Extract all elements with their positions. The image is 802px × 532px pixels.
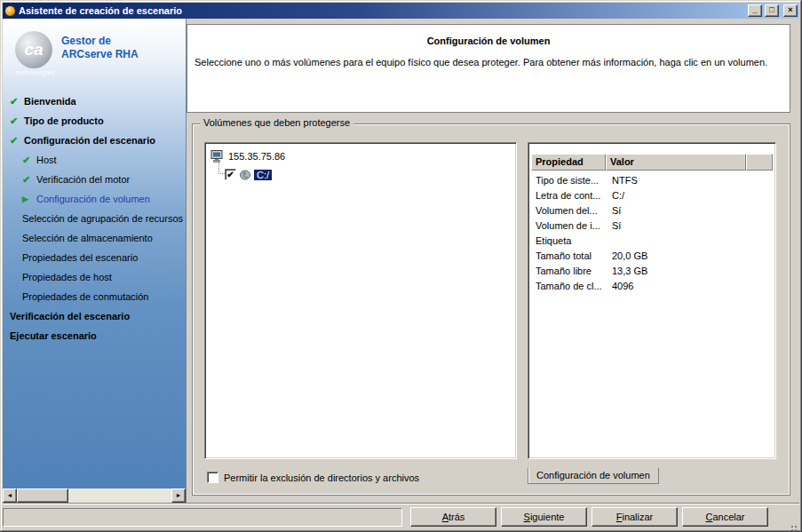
step-host[interactable]: ✔ Host	[3, 150, 186, 170]
volume-label-selected[interactable]: C:/	[254, 170, 272, 180]
step-configuracion-del-escenario[interactable]: ✔ Configuración del escenario	[3, 131, 186, 150]
page-description: Seleccione uno o más volúmenes para el e…	[195, 57, 782, 67]
property-row[interactable]: Volumen de i... Sí	[531, 218, 773, 233]
property-value: C:/	[606, 190, 773, 201]
step-label: Tipo de producto	[24, 115, 104, 126]
resize-grip[interactable]	[787, 519, 798, 529]
current-step-arrow-icon: ▶	[22, 195, 36, 203]
scroll-right-icon[interactable]: ►	[171, 488, 186, 503]
scroll-left-icon[interactable]: ◄	[3, 488, 17, 503]
tree-root-container: 155.35.75.86 ✔ C:/	[210, 148, 511, 182]
column-header-propiedad[interactable]: Propiedad	[531, 154, 606, 171]
next-button[interactable]: Siguiente	[501, 507, 587, 527]
property-value: 20,0 GB	[606, 250, 773, 261]
property-name: Etiqueta	[531, 235, 606, 246]
step-label: Propiedades de host	[22, 272, 112, 282]
wizard-window: Asistente de creación de escenario _ □ ×…	[0, 0, 802, 532]
root-host-label: 155.35.75.86	[228, 151, 285, 162]
property-row[interactable]: Volumen del... Sí	[531, 202, 773, 218]
property-name: Volumen del...	[531, 205, 606, 216]
finish-button-label: Finalizar	[616, 512, 654, 522]
scrollbar-thumb[interactable]	[17, 488, 68, 503]
wizard-steps-list: ✔ Bienvenida ✔ Tipo de producto ✔ Config…	[3, 91, 186, 345]
property-value: Sí	[606, 220, 773, 231]
finish-button[interactable]: Finalizar	[592, 507, 678, 527]
step-seleccion-de-almacenamiento[interactable]: Selección de almacenamiento	[3, 228, 186, 248]
volume-properties-panel: Propiedad Valor Tipo de siste... NTFS Le…	[528, 142, 776, 459]
close-button[interactable]: ×	[783, 4, 798, 17]
computer-icon	[210, 150, 225, 163]
step-verificacion-del-escenario[interactable]: Verificación del escenario	[3, 306, 186, 326]
brand-technologies-label: technologies	[15, 69, 52, 75]
step-label: Configuración de volumen	[36, 194, 150, 204]
check-icon: ✔	[22, 174, 36, 186]
step-seleccion-de-agrupacion[interactable]: Selección de agrupación de recursos	[3, 209, 186, 228]
column-header-valor[interactable]: Valor	[606, 154, 746, 171]
sidebar-horizontal-scrollbar[interactable]: ◄ ►	[3, 488, 186, 503]
footer-bar: Atrás Siguiente Finalizar Cancelar	[3, 503, 799, 529]
check-icon: ✔	[10, 135, 24, 147]
wizard-buttons: Atrás Siguiente Finalizar Cancelar	[410, 507, 768, 527]
status-bar	[3, 508, 402, 527]
step-label: Propiedades de conmutación	[22, 291, 148, 302]
property-name: Tipo de siste...	[531, 175, 606, 186]
property-row[interactable]: Letra de cont... C:/	[531, 187, 773, 202]
next-button-label: Siguiente	[524, 512, 565, 522]
step-tipo-de-producto[interactable]: ✔ Tipo de producto	[3, 111, 186, 131]
step-label: Ejecutar escenario	[10, 330, 97, 341]
step-propiedades-de-host[interactable]: Propiedades de host	[3, 267, 186, 287]
property-row[interactable]: Tamaño libre 13,3 GB	[531, 263, 773, 278]
property-value: 13,3 GB	[606, 266, 773, 276]
step-label: Verificación del escenario	[10, 311, 130, 322]
scrollbar-track[interactable]	[68, 488, 171, 503]
property-name: Tamaño de cl...	[531, 281, 606, 291]
volumes-groupbox: Volúmenes que deben protegerse 1	[192, 123, 790, 496]
brand-product-name: Gestor de ARCserve RHA	[61, 31, 139, 75]
brand-line1: Gestor de	[61, 35, 139, 48]
step-ejecutar-escenario[interactable]: Ejecutar escenario	[3, 326, 186, 345]
tree-volume-node[interactable]: ✔ C:/	[225, 167, 511, 182]
exclusion-checkbox-label: Permitir la exclusión de directorios y a…	[224, 472, 419, 483]
brand-line2: ARCserve RHA	[61, 48, 139, 61]
property-name: Volumen de i...	[531, 220, 606, 231]
step-propiedades-de-conmutacion[interactable]: Propiedades de conmutación	[3, 287, 186, 306]
exclusion-checkbox[interactable]	[207, 472, 218, 483]
check-icon: ✔	[22, 155, 36, 166]
property-name: Tamaño libre	[531, 266, 606, 276]
maximize-button[interactable]: □	[765, 4, 779, 17]
property-value: NTFS	[606, 175, 773, 186]
step-label: Host	[36, 155, 57, 165]
property-row[interactable]: Tamaño total 20,0 GB	[531, 248, 773, 263]
property-value: 4096	[606, 281, 773, 291]
back-button[interactable]: Atrás	[410, 507, 496, 527]
check-icon: ✔	[10, 115, 24, 127]
back-button-label: Atrás	[442, 512, 465, 522]
cancel-button[interactable]: Cancelar	[682, 507, 768, 527]
exclusion-option[interactable]: Permitir la exclusión de directorios y a…	[207, 472, 419, 483]
window-title: Asistente de creación de escenario	[19, 5, 745, 16]
step-propiedades-del-escenario[interactable]: Propiedades del escenario	[3, 248, 186, 267]
step-label: Propiedades del escenario	[22, 252, 138, 263]
app-icon	[4, 5, 16, 17]
property-row[interactable]: Tamaño de cl... 4096	[531, 278, 773, 293]
step-bienvenida[interactable]: ✔ Bienvenida	[3, 91, 186, 111]
tab-configuracion-de-volumen[interactable]: Configuración de volumen	[528, 467, 659, 484]
property-row[interactable]: Tipo de siste... NTFS	[531, 172, 773, 187]
step-configuracion-de-volumen[interactable]: ▶ Configuración de volumen	[3, 189, 186, 209]
column-header-spacer	[746, 154, 773, 171]
minimize-button[interactable]: _	[748, 4, 762, 17]
step-label: Selección de agrupación de recursos	[22, 213, 183, 224]
volumes-tree[interactable]: 155.35.75.86 ✔ C:/	[204, 142, 517, 459]
title-bar[interactable]: Asistente de creación de escenario _ □ ×	[3, 3, 799, 19]
check-icon: ✔	[10, 96, 24, 107]
page-title: Configuración de volumen	[195, 36, 782, 46]
property-row[interactable]: Etiqueta	[531, 233, 773, 248]
tree-connector-line	[218, 162, 226, 174]
wizard-sidebar: ca technologies Gestor de ARCserve RHA ✔…	[3, 19, 187, 503]
brand-logo: ca technologies Gestor de ARCserve RHA	[3, 19, 186, 75]
step-verificacion-del-motor[interactable]: ✔ Verificación del motor	[3, 170, 186, 189]
tree-root-node[interactable]: 155.35.75.86	[210, 148, 511, 163]
groupbox-title: Volúmenes que deben protegerse	[200, 117, 353, 128]
property-name: Tamaño total	[531, 250, 606, 261]
step-label: Selección de almacenamiento	[22, 233, 153, 243]
